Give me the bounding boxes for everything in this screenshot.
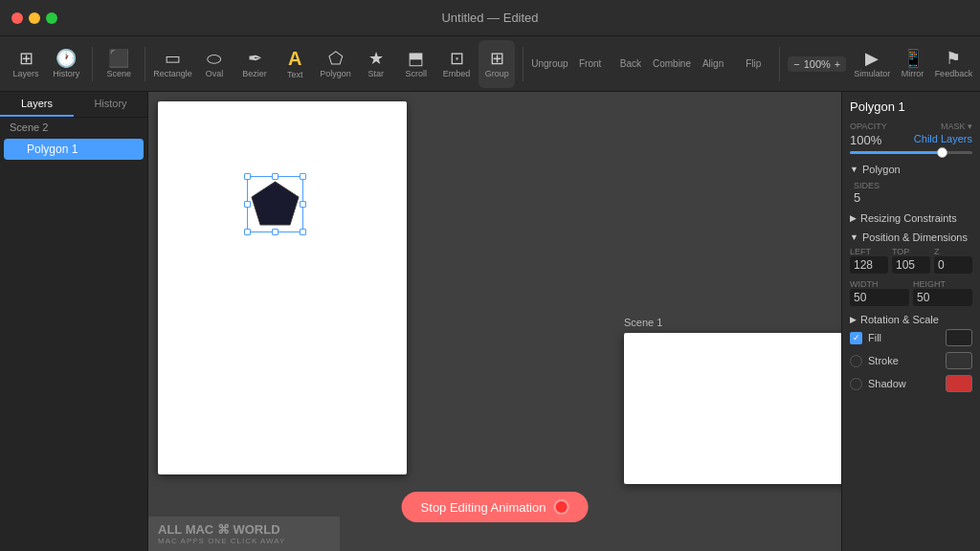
z-field[interactable]: Z 0: [934, 247, 972, 274]
mirror-icon: 📱: [902, 50, 924, 67]
polygon-icon-dot: [11, 144, 21, 154]
stroke-color-swatch[interactable]: [946, 352, 972, 369]
separator4: [779, 47, 780, 81]
minimize-button[interactable]: [29, 12, 40, 24]
sides-value: 5: [854, 190, 972, 205]
scene-tool[interactable]: ⬛ Scene: [100, 40, 137, 88]
simulator-tool[interactable]: ▶ Simulator: [854, 40, 890, 88]
shadow-checkbox[interactable]: [850, 378, 862, 390]
star-tool[interactable]: ★ Star: [358, 40, 394, 88]
polygon-chevron: ▼: [850, 165, 858, 174]
zoom-minus[interactable]: −: [793, 58, 799, 70]
fill-color-swatch[interactable]: [946, 329, 972, 346]
left-field[interactable]: LEFT 128: [850, 247, 888, 274]
stroke-row: Stroke: [850, 352, 972, 369]
text-icon: A: [288, 49, 301, 68]
height-field[interactable]: HEIGHT 50: [913, 279, 972, 306]
bezier-icon: ✒: [248, 50, 262, 67]
sidebar-tabs: Layers History: [0, 92, 147, 118]
separator3: [523, 47, 523, 81]
separator: [92, 47, 93, 81]
polygon-row: Polygon 1: [11, 143, 136, 156]
stop-editing-button[interactable]: Stop Editing Animation: [402, 492, 589, 522]
bezier-tool[interactable]: ✒ Bezier: [236, 40, 273, 88]
opacity-slider-fill: [850, 151, 947, 154]
simulator-icon: ▶: [865, 50, 879, 67]
canvas-area[interactable]: Scene 1 Stop Editing Animation ALL MAC ⌘…: [148, 92, 841, 551]
history-icon: 🕐: [56, 50, 77, 67]
tab-layers[interactable]: Layers: [0, 92, 74, 117]
history-tool[interactable]: 🕐 History: [48, 40, 84, 88]
zoom-control[interactable]: − 100% +: [788, 56, 846, 72]
polygon-tool[interactable]: ⬠ Polygon: [317, 40, 353, 88]
ungroup-tool[interactable]: Ungroup: [531, 40, 568, 88]
zoom-plus[interactable]: +: [835, 58, 840, 70]
combine-tool[interactable]: Combine: [653, 40, 691, 88]
mirror-tool[interactable]: 📱 Mirror: [894, 40, 930, 88]
scroll-tool[interactable]: ⬒ Scroll: [398, 40, 434, 88]
sidebar-item-scene2[interactable]: Scene 2: [0, 118, 147, 137]
feedback-icon: ⚑: [946, 50, 961, 67]
dimension-grid: WIDTH 50 HEIGHT 50: [850, 279, 972, 306]
maximize-button[interactable]: [46, 12, 57, 24]
scene1-canvas[interactable]: [624, 333, 841, 484]
opacity-slider-thumb[interactable]: [937, 147, 947, 158]
left-value: 128: [850, 256, 888, 274]
fill-row: ✓ Fill: [850, 329, 972, 346]
polygon-section-content: SIDES 5: [850, 179, 972, 205]
traffic-lights: [11, 12, 57, 24]
resizing-section-header[interactable]: ▶ Resizing Constraints: [850, 212, 972, 224]
star-icon: ★: [368, 50, 384, 67]
polygon-shape[interactable]: [249, 178, 301, 231]
stop-editing-label: Stop Editing Animation: [421, 500, 546, 515]
scroll-icon: ⬒: [408, 50, 424, 67]
window-title: Untitled — Edited: [441, 11, 538, 25]
position-grid: LEFT 128 TOP 105 Z 0: [850, 247, 972, 274]
rotation-section-label: Rotation & Scale: [860, 314, 939, 325]
shadow-color-swatch[interactable]: [946, 375, 972, 392]
scene2-canvas[interactable]: [158, 101, 407, 474]
group-icon: ⊞: [490, 50, 504, 67]
z-value: 0: [934, 256, 972, 274]
oval-tool[interactable]: ⬭ Oval: [196, 40, 233, 88]
front-tool[interactable]: Front: [572, 40, 609, 88]
layers-icon: ⊞: [19, 50, 33, 67]
stroke-label: Stroke: [868, 355, 940, 366]
panel-title: Polygon 1: [850, 99, 972, 114]
stroke-checkbox[interactable]: [850, 355, 862, 367]
resizing-section-label: Resizing Constraints: [860, 212, 957, 224]
zoom-value: 100%: [804, 58, 831, 70]
close-button[interactable]: [11, 12, 23, 24]
embed-tool[interactable]: ⊡ Embed: [438, 40, 475, 88]
text-tool[interactable]: A Text: [277, 40, 313, 88]
scene-icon: ⬛: [108, 50, 129, 67]
sidebar-item-polygon1[interactable]: Polygon 1: [4, 139, 144, 160]
align-tool[interactable]: Align: [695, 40, 731, 88]
top-label: TOP: [892, 247, 930, 256]
opacity-slider[interactable]: [850, 151, 972, 154]
pentagon-svg: [249, 178, 301, 231]
feedback-tool[interactable]: ⚑ Feedback: [935, 40, 973, 88]
rectangle-tool[interactable]: ▭ Rectangle: [153, 40, 192, 88]
separator2: [145, 47, 145, 81]
rectangle-icon: ▭: [165, 50, 181, 67]
tab-history[interactable]: History: [74, 92, 147, 117]
group-tool[interactable]: ⊞ Group: [479, 40, 515, 88]
top-field[interactable]: TOP 105: [892, 247, 930, 274]
flip-tool[interactable]: Flip: [735, 40, 771, 88]
back-tool[interactable]: Back: [612, 40, 649, 88]
fill-checkbox[interactable]: ✓: [850, 332, 862, 344]
layers-tool[interactable]: ⊞ Layers: [8, 40, 44, 88]
polygon-section-header[interactable]: ▼ Polygon: [850, 164, 972, 175]
width-field[interactable]: WIDTH 50: [850, 279, 909, 306]
shadow-label: Shadow: [868, 378, 940, 389]
rotation-section-header[interactable]: ▶ Rotation & Scale: [850, 314, 972, 325]
position-section-header[interactable]: ▼ Position & Dimensions: [850, 231, 972, 243]
mask-label: MASK ▾: [941, 121, 972, 131]
height-label: HEIGHT: [913, 279, 972, 289]
polygon-section-label: Polygon: [862, 164, 901, 175]
watermark-sub: MAC Apps One Click Away: [158, 537, 330, 545]
stop-btn-dot: [553, 499, 568, 515]
sidebar: Layers History Scene 2 Polygon 1: [0, 92, 148, 551]
left-label: LEFT: [850, 247, 888, 256]
